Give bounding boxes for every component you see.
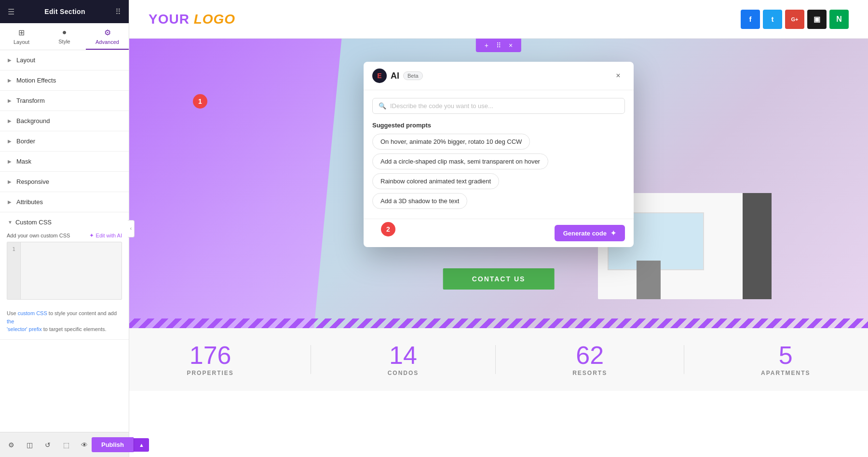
line-numbers: 1: [7, 242, 21, 299]
site-header: YOUR LOGO f t G+ ▣ N: [129, 0, 868, 39]
step-badge-2: 2: [381, 222, 395, 236]
prompt-chip-3[interactable]: Add a 3D shadow to the text: [372, 193, 467, 209]
custom-css-link[interactable]: custom CSS: [18, 310, 47, 316]
accordion-transform-header[interactable]: ▶ Transform: [0, 91, 129, 111]
google-plus-icon[interactable]: G+: [785, 10, 804, 29]
accordion-attributes: ▶ Attributes: [0, 192, 129, 212]
tab-advanced[interactable]: ⚙ Advanced: [86, 23, 129, 50]
selector-prefix-link[interactable]: the'selector' prefix: [7, 319, 42, 332]
accordion-layout: ▶ Layout: [0, 50, 129, 70]
accordion-mask-label: Mask: [16, 158, 31, 165]
ai-star-icon: ✦: [89, 232, 94, 239]
elementor-icon-letter: E: [377, 72, 381, 80]
stat-condos: 14 CONDOS: [388, 343, 419, 376]
hero-section: + ⠿ × CONTACT US E AI Beta: [129, 39, 868, 328]
accordion-responsive-header[interactable]: ▶ Responsive: [0, 172, 129, 192]
publish-btn-wrap: Publish ▲: [92, 437, 149, 452]
sparkle-icon: ✦: [610, 229, 616, 237]
instagram-icon[interactable]: ▣: [807, 10, 827, 29]
beta-badge: Beta: [403, 71, 423, 80]
accordion-layout-header[interactable]: ▶ Layout: [0, 50, 129, 70]
custom-css-header[interactable]: ▼ Custom CSS: [0, 212, 129, 232]
accordion-attributes-header[interactable]: ▶ Attributes: [0, 192, 129, 212]
sidebar-tabs: ⊞ Layout ● Style ⚙ Advanced: [0, 23, 129, 50]
hint-end: to target specific elements.: [42, 326, 107, 332]
suggested-prompts-label: Suggested prompts: [372, 122, 625, 129]
chevron-right-icon-2: ▶: [8, 78, 12, 83]
accordion-background-header[interactable]: ▶ Background: [0, 111, 129, 131]
chevron-right-icon-6: ▶: [8, 159, 12, 164]
accordion-motion-header[interactable]: ▶ Motion Effects: [0, 70, 129, 90]
modal-footer: Generate code ✦: [364, 219, 634, 247]
prompt-chips: On hover, animate 20% bigger, rotato 10 …: [372, 134, 625, 209]
custom-css-section: ▼ Custom CSS Add your own custom CSS ✦ E…: [0, 212, 129, 340]
stat-condos-number: 14: [388, 343, 419, 368]
publish-dropdown-button[interactable]: ▲: [134, 438, 149, 452]
stat-divider-3: [684, 345, 684, 374]
sidebar-accordion: ▶ Layout ▶ Motion Effects ▶ Transform ▶ …: [0, 50, 129, 432]
chevron-down-icon: ▼: [8, 220, 13, 225]
stat-condos-label: CONDOS: [388, 370, 419, 376]
n-icon[interactable]: N: [829, 10, 849, 29]
close-icon: ×: [616, 71, 620, 80]
twitter-icon[interactable]: t: [763, 10, 782, 29]
generate-code-label: Generate code: [563, 230, 607, 237]
prompt-chip-1-label: Add a circle-shaped clip mask, semi tran…: [380, 158, 540, 165]
grid-icon[interactable]: ⠿: [115, 7, 121, 16]
chevron-right-icon-7: ▶: [8, 179, 12, 184]
publish-button[interactable]: Publish: [92, 437, 134, 452]
sidebar-header: ☰ Edit Section ⠿: [0, 0, 129, 23]
accordion-border: ▶ Border: [0, 131, 129, 152]
settings-icon-btn[interactable]: ⚙: [4, 438, 18, 452]
modal-close-button[interactable]: ×: [611, 69, 625, 83]
prompt-chip-0[interactable]: On hover, animate 20% bigger, rotato 10 …: [372, 134, 530, 150]
accordion-responsive: ▶ Responsive: [0, 172, 129, 192]
templates-icon-btn[interactable]: ⬚: [59, 438, 73, 452]
search-input-wrap[interactable]: 🔍 IDescribe the code you want to use...: [372, 98, 625, 114]
prompt-chip-2-label: Rainbow colored animated text gradient: [380, 178, 491, 185]
layers-icon-btn[interactable]: ◫: [22, 438, 37, 452]
modal-overlay: E AI Beta × 🔍 IDescribe the code you wan…: [129, 39, 868, 328]
accordion-transform-label: Transform: [16, 97, 45, 104]
line-number-1: 1: [10, 246, 17, 252]
modal-header-left: E AI Beta: [372, 69, 423, 83]
accordion-background-label: Background: [16, 117, 50, 125]
code-editor[interactable]: 1: [7, 242, 122, 300]
prompt-chip-2[interactable]: Rainbow colored animated text gradient: [372, 173, 499, 189]
stats-bar: 176 PROPERTIES 14 CONDOS 62 RESORTS 5 AP…: [129, 328, 868, 391]
accordion-mask: ▶ Mask: [0, 152, 129, 172]
accordion-motion-label: Motion Effects: [16, 77, 56, 84]
tab-layout[interactable]: ⊞ Layout: [0, 23, 43, 50]
edit-with-ai-label: Edit with AI: [96, 233, 122, 238]
step-badge-1: 1: [193, 94, 207, 109]
custom-css-label: Custom CSS: [15, 219, 52, 226]
bottom-icons: ⚙ ◫ ↺ ⬚ 👁: [4, 438, 92, 452]
accordion-border-header[interactable]: ▶ Border: [0, 131, 129, 151]
accordion-mask-header[interactable]: ▶ Mask: [0, 152, 129, 171]
hamburger-icon[interactable]: ☰: [8, 7, 14, 16]
generate-code-button[interactable]: Generate code ✦: [555, 225, 625, 241]
history-icon-btn[interactable]: ↺: [41, 438, 55, 452]
code-content[interactable]: [21, 242, 122, 299]
ai-modal: E AI Beta × 🔍 IDescribe the code you wan…: [364, 62, 634, 247]
facebook-icon[interactable]: f: [741, 10, 760, 29]
chevron-right-icon-3: ▶: [8, 98, 12, 103]
prompt-chip-1[interactable]: Add a circle-shaped clip mask, semi tran…: [372, 153, 548, 169]
sidebar-title: Edit Section: [44, 8, 85, 15]
sidebar: ☰ Edit Section ⠿ ⊞ Layout ● Style ⚙ Adva…: [0, 0, 129, 457]
edit-with-ai-button[interactable]: ✦ Edit with AI: [89, 232, 122, 239]
search-input-placeholder[interactable]: IDescribe the code you want to use...: [390, 102, 619, 110]
logo-your-text: YOUR: [149, 12, 190, 27]
tab-style-label: Style: [58, 39, 70, 44]
preview-icon-btn[interactable]: 👁: [77, 438, 92, 452]
tab-style[interactable]: ● Style: [43, 23, 86, 50]
modal-body: 🔍 IDescribe the code you want to use... …: [364, 90, 634, 219]
stat-resorts-label: RESORTS: [572, 370, 607, 376]
stat-resorts: 62 RESORTS: [572, 343, 607, 376]
accordion-transform: ▶ Transform: [0, 91, 129, 111]
logo: YOUR LOGO: [149, 12, 235, 27]
prompt-chip-0-label: On hover, animate 20% bigger, rotato 10 …: [380, 138, 522, 145]
social-icons: f t G+ ▣ N: [741, 10, 849, 29]
stat-apartments-label: APARTMENTS: [761, 370, 810, 376]
chevron-right-icon: ▶: [8, 57, 12, 63]
